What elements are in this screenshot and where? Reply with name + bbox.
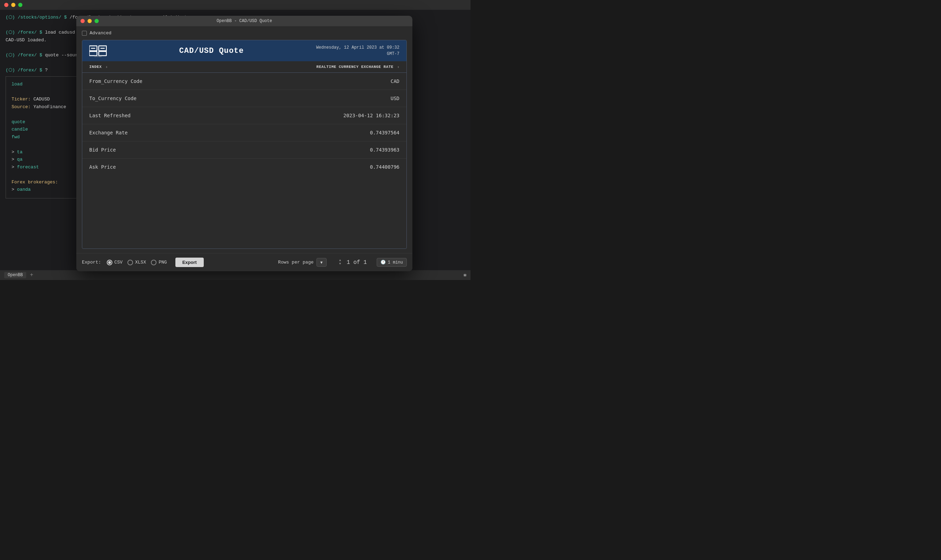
csv-label: CSV [114,260,123,265]
modal-title: OpenBB - CAD/USD Quote [217,18,272,23]
csv-radio[interactable] [107,260,112,265]
export-csv-option[interactable]: CSV [107,260,123,265]
row-index-4: Bid Price [89,147,244,152]
cmd-qa-prefix: > [12,157,17,162]
row-value-3: 0.74397564 [244,130,399,135]
value-column-header[interactable]: REALTIME CURRENCY EXCHANGE RATE ⇕ [244,65,399,69]
maximize-button[interactable] [18,3,22,7]
row-value-5: 0.74400796 [244,164,399,170]
cmd-quote: quote [12,118,75,126]
modal-window: OpenBB - CAD/USD Quote Advanced [76,16,413,271]
value-sort-arrow: ⇕ [397,65,399,69]
export-button[interactable]: Export [176,258,204,267]
export-label: Export: [82,260,101,265]
cmd-oanda: oanda [17,186,77,193]
row-index-1: To_Currency Code [89,95,244,101]
quote-date: Wednesday, 12 April 2023 at 09:32 [316,45,399,51]
prompt-2: (⬡) /forex/ $ [6,30,42,35]
row-index-0: From_Currency Code [89,78,244,84]
prompt-4: (⬡) /forex/ $ [6,68,42,73]
quote-datetime: Wednesday, 12 April 2023 at 09:32 GMT-7 [316,45,399,57]
ticker-label: Ticker: [12,97,33,102]
row-index-3: Exchange Rate [89,130,244,135]
modal-footer: Export: CSV XLSX PNG Export Rows per pag… [76,253,413,271]
pagination-info: ▲ ▼ [336,259,341,266]
xlsx-label: XLSX [135,260,146,265]
rows-per-page-label: Rows per page [278,260,313,265]
row-value-1: USD [244,95,399,101]
timer-icon: 🕐 [380,260,386,265]
png-label: PNG [159,260,166,265]
cmd-load: load [12,81,75,88]
quote-table: OPENBB CAD/USD Quote Wednesday, 12 April… [82,40,407,249]
cmd-fwd: fwd [12,134,75,141]
modal-minimize-button[interactable] [88,19,92,23]
row-value-2: 2023-04-12 16:32:23 [244,113,399,118]
table-row: From_Currency Code CAD [82,73,407,90]
modal-close-button[interactable] [80,19,85,23]
row-value-0: CAD [244,78,399,84]
png-radio[interactable] [151,260,157,265]
terminal-titlebar [0,0,470,10]
table-row: Ask Price 0.74400796 [82,158,407,175]
close-button[interactable] [4,3,8,7]
page-up-arrow[interactable]: ▲ [339,259,341,262]
quote-timezone: GMT-7 [316,51,399,57]
export-xlsx-option[interactable]: XLSX [128,260,146,265]
index-column-header[interactable]: INDEX ⇕ [89,65,244,69]
rows-dropdown-button[interactable]: ▾ [316,258,327,267]
rows-per-page-control: Rows per page ▾ [278,258,326,267]
table-row: Exchange Rate 0.74397564 [82,124,407,142]
table-row: Last Refreshed 2023-04-12 16:32:23 [82,107,407,124]
advanced-row: Advanced [82,31,407,36]
table-rows: From_Currency Code CAD To_Currency Code … [82,73,407,249]
minimize-button[interactable] [11,3,15,7]
cmd-4: ? [45,68,48,73]
export-png-option[interactable]: PNG [151,260,166,265]
cmd-2: load cadusd [45,30,75,35]
tab-add-button[interactable]: + [28,272,35,278]
timer-button[interactable]: 🕐 1 minu [377,258,407,267]
source-value: YahooFinance [33,104,66,109]
ticker-value: CADUSD [33,97,50,102]
modal-body: Advanced OPENBB CAD [76,26,413,253]
advanced-label: Advanced [89,31,111,36]
dropdown-arrow: ▾ [320,260,323,265]
output-1: CAD-USD loaded. [6,37,46,43]
tab-openbb[interactable]: OpenBB [4,272,26,278]
table-row: To_Currency Code USD [82,90,407,107]
cmd-ta: ta [17,149,77,156]
window-button[interactable]: ⊞ [464,273,466,278]
prompt-3: (⬡) /forex/ $ [6,52,42,58]
cmd-candle: candle [12,126,75,133]
forex-label: Forex brokerages: [12,180,58,185]
openbb-logo: OPENBB [89,45,107,57]
timer-text: 1 minu [388,260,403,265]
xlsx-radio[interactable] [128,260,133,265]
cmd-qa: qa [17,156,77,163]
cmd-ta-prefix: > [12,149,17,155]
prompt-1: (⬡) /stocks/options/ $ [6,15,67,20]
advanced-checkbox[interactable] [82,31,87,36]
row-value-4: 0.74393963 [244,147,399,152]
cmd-oanda-prefix: > [12,187,17,192]
page-down-arrow[interactable]: ▼ [339,263,341,266]
status-bar: OpenBB + ⊞ [0,270,470,280]
modal-maximize-button[interactable] [94,19,99,23]
table-header: OPENBB CAD/USD Quote Wednesday, 12 April… [82,40,407,61]
modal-titlebar: OpenBB - CAD/USD Quote [76,16,413,26]
index-sort-arrow: ⇕ [106,65,108,69]
column-headers: INDEX ⇕ REALTIME CURRENCY EXCHANGE RATE … [82,61,407,73]
row-index-5: Ask Price [89,164,244,170]
cmd-forecast: forecast [17,164,77,171]
export-format-group: CSV XLSX PNG [107,260,167,265]
tab-label: OpenBB [8,273,23,278]
pagination-arrows: ▲ ▼ [339,259,341,266]
svg-text:OPENBB: OPENBB [94,55,102,57]
source-label: Source: [12,104,33,109]
table-row: Bid Price 0.74393963 [82,142,407,158]
quote-title: CAD/USD Quote [107,46,316,55]
cmd-forecast-prefix: > [12,165,17,170]
pagination-text: 1 of 1 [347,259,367,266]
row-index-2: Last Refreshed [89,113,244,118]
